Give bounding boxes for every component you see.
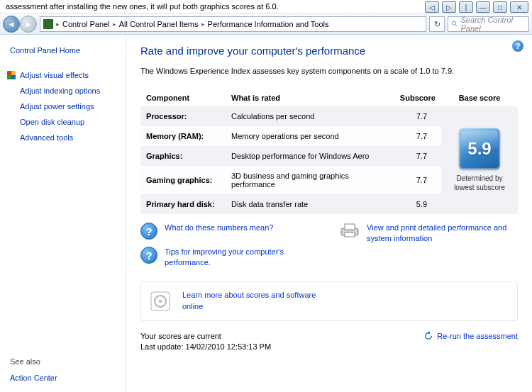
sidebar-item-indexing[interactable]: Adjust indexing options [0, 83, 126, 99]
see-also-action-center[interactable]: Action Center [10, 371, 116, 384]
component-subscore: 7.7 [392, 146, 441, 166]
base-score-badge: 5.9 [459, 128, 500, 169]
divider-icon: | [459, 1, 473, 13]
score-table: Component What is rated Subscore Base sc… [140, 89, 518, 214]
refresh-button[interactable]: ↻ [429, 16, 445, 32]
sidebar-item-power[interactable]: Adjust power settings [0, 99, 126, 114]
help-links-row: ? What do these numbers mean? ? Tips for… [140, 223, 518, 276]
base-score-caption: Determined by lowest subscore [445, 174, 514, 192]
nav-left-icon[interactable]: ◁ [425, 1, 439, 13]
svg-point-7 [159, 300, 162, 303]
breadcrumb-seg[interactable]: Control Panel [62, 20, 110, 28]
component-rated: 3D business and gaming graphics performa… [226, 166, 392, 194]
component-subscore: 7.7 [392, 106, 441, 126]
link-tips[interactable]: Tips for improving your computer's perfo… [165, 247, 306, 269]
intro-text: The Windows Experience Index assesses ke… [140, 67, 518, 75]
component-subscore: 5.9 [392, 194, 441, 214]
sidebar: Control Panel Home Adjust visual effects… [0, 35, 126, 392]
question-icon: ? [140, 247, 157, 264]
search-placeholder: Search Control Panel [461, 16, 526, 33]
status-text: Your scores are current Last update: 14/… [140, 331, 271, 353]
nav-bar: ◄ ► ▸ Control Panel ▸ All Control Panel … [0, 13, 532, 35]
svg-line-1 [455, 25, 458, 27]
rerun-assessment-link[interactable]: Re-run the assessment [423, 331, 518, 341]
component-rated: Disk data transfer rate [226, 194, 392, 214]
col-rated: What is rated [226, 89, 392, 106]
breadcrumb-sep-icon: ▸ [113, 21, 116, 28]
minimize-button[interactable]: — [476, 1, 490, 13]
component-name: Graphics: [140, 146, 226, 166]
nav-arrows: ◄ ► [3, 16, 37, 33]
svg-point-0 [452, 21, 455, 25]
base-score-cell: 5.9 Determined by lowest subscore [441, 106, 518, 214]
component-name: Processor: [140, 106, 226, 126]
status-row: Your scores are current Last update: 14/… [140, 331, 518, 353]
component-subscore: 7.7 [392, 126, 441, 146]
back-button[interactable]: ◄ [3, 16, 20, 33]
breadcrumb-seg[interactable]: Performance Information and Tools [208, 20, 329, 28]
sidebar-item-disk-cleanup[interactable]: Open disk cleanup [0, 114, 126, 130]
sidebar-item-advanced-tools[interactable]: Advanced tools [0, 130, 126, 145]
col-component: Component [140, 89, 226, 106]
component-name: Primary hard disk: [140, 194, 226, 214]
printer-icon [340, 223, 360, 238]
control-panel-icon [43, 19, 53, 29]
learn-more-box: Learn more about scores and software onl… [140, 281, 518, 321]
control-panel-home-link[interactable]: Control Panel Home [0, 43, 126, 67]
table-row: Processor: Calculations per second 7.7 5… [140, 106, 518, 126]
component-name: Gaming graphics: [140, 166, 226, 194]
help-icon[interactable]: ? [512, 40, 523, 52]
col-base: Base score [441, 89, 518, 106]
sidebar-item-visual-effects[interactable]: Adjust visual effects [0, 67, 126, 83]
search-input[interactable]: Search Control Panel [448, 16, 529, 32]
window-controls: ◁ ▷ | — □ ✕ [425, 1, 528, 13]
close-button[interactable]: ✕ [510, 1, 528, 13]
question-icon: ? [140, 223, 157, 240]
breadcrumb-seg[interactable]: All Control Panel Items [119, 20, 199, 28]
see-also-section: See also Action Center [0, 350, 126, 384]
component-rated: Memory operations per second [226, 126, 392, 146]
refresh-icon [423, 331, 433, 341]
software-box-icon [148, 289, 172, 313]
component-rated: Desktop performance for Windows Aero [226, 146, 392, 166]
svg-rect-4 [345, 233, 355, 237]
address-bar[interactable]: ▸ Control Panel ▸ All Control Panel Item… [40, 16, 426, 32]
col-subscore: Subscore [392, 89, 441, 106]
link-learn-more[interactable]: Learn more about scores and software onl… [182, 290, 324, 312]
component-name: Memory (RAM): [140, 126, 226, 146]
link-detailed-info[interactable]: View and print detailed performance and … [367, 223, 509, 245]
breadcrumb-sep-icon: ▸ [56, 21, 60, 28]
page-title: Rate and improve your computer's perform… [140, 45, 518, 57]
content-area: ? Rate and improve your computer's perfo… [126, 35, 532, 392]
search-icon [451, 20, 459, 28]
component-subscore: 7.7 [392, 166, 441, 194]
breadcrumb-sep-icon: ▸ [201, 21, 205, 28]
component-rated: Calculations per second [226, 106, 392, 126]
see-also-heading: See also [10, 357, 116, 366]
maximize-button[interactable]: □ [493, 1, 507, 13]
forward-button[interactable]: ► [20, 16, 37, 33]
svg-rect-3 [345, 224, 355, 230]
nav-right-icon[interactable]: ▷ [442, 1, 456, 13]
link-numbers-mean[interactable]: What do these numbers mean? [165, 223, 273, 233]
